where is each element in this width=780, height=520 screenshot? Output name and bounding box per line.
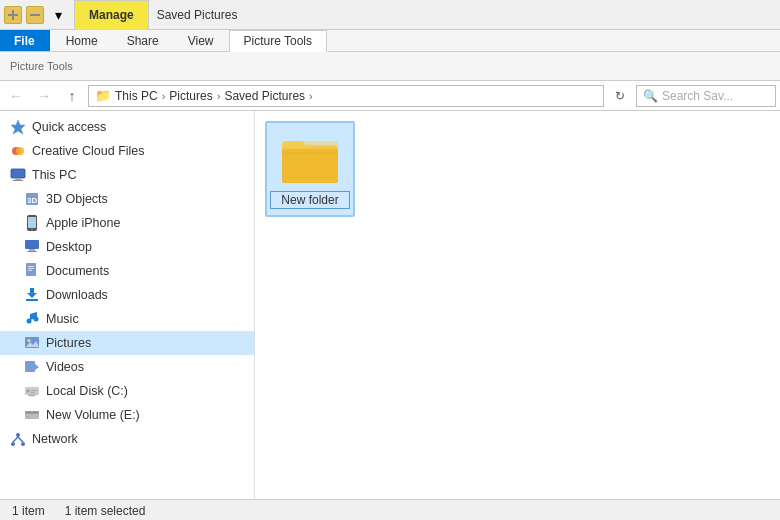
sidebar-label: 3D Objects xyxy=(46,192,108,206)
refresh-btn[interactable]: ↻ xyxy=(608,84,632,108)
svg-text:3D: 3D xyxy=(27,196,37,205)
sidebar-label: Videos xyxy=(46,360,84,374)
videos-icon xyxy=(24,359,40,375)
address-path[interactable]: 📁 This PC › Pictures › Saved Pictures › xyxy=(88,85,604,107)
disk-c-icon xyxy=(24,383,40,399)
qat-icons: ▾ xyxy=(4,5,68,25)
path-sep-3: › xyxy=(309,90,313,102)
folder-icon xyxy=(280,129,340,187)
svg-point-25 xyxy=(27,319,32,324)
svg-rect-19 xyxy=(28,266,34,267)
nav-back[interactable]: ← xyxy=(4,84,28,108)
ribbon-tabs: File Home Share View Picture Tools xyxy=(0,30,780,52)
svg-marker-31 xyxy=(35,364,39,370)
folder-label: New folder xyxy=(270,191,350,209)
sidebar-item-documents[interactable]: Documents xyxy=(0,259,254,283)
folder-new-folder[interactable]: New folder xyxy=(265,121,355,217)
svg-point-39 xyxy=(27,416,29,418)
sidebar-item-music[interactable]: Music xyxy=(0,307,254,331)
svg-rect-16 xyxy=(29,249,35,251)
sidebar-item-3d-objects[interactable]: 3D 3D Objects xyxy=(0,187,254,211)
sidebar-label: Network xyxy=(32,432,78,446)
manage-tab[interactable]: Manage xyxy=(74,0,149,30)
sidebar-label: New Volume (E:) xyxy=(46,408,140,422)
search-box[interactable]: 🔍 Search Sav... xyxy=(636,85,776,107)
svg-rect-13 xyxy=(28,217,36,228)
nav-forward[interactable]: → xyxy=(32,84,56,108)
downloads-icon xyxy=(24,287,40,303)
path-part-thispc: This PC xyxy=(115,89,158,103)
svg-rect-38 xyxy=(25,411,39,414)
svg-rect-15 xyxy=(25,240,39,249)
cc-icon xyxy=(10,143,26,159)
sidebar-label: Apple iPhone xyxy=(46,216,120,230)
nav-up[interactable]: ↑ xyxy=(60,84,84,108)
sidebar-item-creative-cloud[interactable]: Creative Cloud Files xyxy=(0,139,254,163)
sidebar-label: Creative Cloud Files xyxy=(32,144,145,158)
tab-file[interactable]: File xyxy=(0,30,50,51)
path-part-pictures: Pictures xyxy=(169,89,212,103)
path-part-saved: Saved Pictures xyxy=(224,89,305,103)
sidebar-item-local-disk[interactable]: Local Disk (C:) xyxy=(0,379,254,403)
svg-line-43 xyxy=(13,437,18,442)
star-icon xyxy=(10,119,26,135)
sidebar-label: Pictures xyxy=(46,336,91,350)
sidebar-item-desktop[interactable]: Desktop xyxy=(0,235,254,259)
svg-rect-24 xyxy=(26,299,38,301)
path-icon: 📁 xyxy=(95,88,111,103)
sidebar-label: Local Disk (C:) xyxy=(46,384,128,398)
svg-rect-18 xyxy=(26,263,36,276)
sidebar-label: Documents xyxy=(46,264,109,278)
sidebar-label: Music xyxy=(46,312,79,326)
tab-home[interactable]: Home xyxy=(52,30,113,51)
item-count: 1 item xyxy=(12,504,45,518)
sidebar-item-apple-iphone[interactable]: Apple iPhone xyxy=(0,211,254,235)
search-placeholder: Search Sav... xyxy=(662,89,733,103)
svg-rect-30 xyxy=(25,361,35,372)
ribbon: File Home Share View Picture Tools Pictu… xyxy=(0,30,780,81)
qat-icon-1 xyxy=(4,6,22,24)
computer-icon xyxy=(10,167,26,183)
svg-rect-6 xyxy=(11,169,25,178)
network-icon xyxy=(10,431,26,447)
svg-rect-47 xyxy=(282,141,338,147)
svg-rect-36 xyxy=(31,392,35,393)
svg-rect-8 xyxy=(15,178,21,180)
window-title: Saved Pictures xyxy=(157,8,238,22)
svg-point-28 xyxy=(28,339,31,342)
tab-share[interactable]: Share xyxy=(113,30,174,51)
content-area[interactable]: New folder xyxy=(255,111,780,499)
phone-icon xyxy=(24,215,40,231)
svg-rect-1 xyxy=(12,10,14,20)
tab-picture-tools[interactable]: Picture Tools xyxy=(229,30,327,52)
documents-icon xyxy=(24,263,40,279)
sidebar-label: Downloads xyxy=(46,288,108,302)
path-sep-1: › xyxy=(162,90,166,102)
sidebar-item-this-pc[interactable]: This PC xyxy=(0,163,254,187)
sidebar-label: Desktop xyxy=(46,240,92,254)
sidebar-item-videos[interactable]: Videos xyxy=(0,355,254,379)
ribbon-content: Picture Tools xyxy=(0,52,780,80)
sidebar-item-downloads[interactable]: Downloads xyxy=(0,283,254,307)
svg-rect-46 xyxy=(282,149,338,183)
svg-line-44 xyxy=(18,437,23,442)
sidebar-item-new-volume[interactable]: New Volume (E:) xyxy=(0,403,254,427)
sidebar-item-network[interactable]: Network xyxy=(0,427,254,451)
svg-point-14 xyxy=(31,229,33,231)
desktop-icon xyxy=(24,239,40,255)
svg-rect-23 xyxy=(30,288,34,294)
music-icon xyxy=(24,311,40,327)
status-bar: 1 item 1 item selected xyxy=(0,499,780,520)
svg-rect-17 xyxy=(27,251,37,252)
ribbon-section-label: Picture Tools xyxy=(10,60,73,72)
sidebar-item-pictures[interactable]: Pictures xyxy=(0,331,254,355)
path-sep-2: › xyxy=(217,90,221,102)
qat-dropdown[interactable]: ▾ xyxy=(48,5,68,25)
sidebar: Quick access Creative Cloud Files xyxy=(0,111,255,499)
svg-point-42 xyxy=(21,442,25,446)
svg-rect-9 xyxy=(13,180,23,181)
tab-view[interactable]: View xyxy=(174,30,229,51)
sidebar-item-quick-access[interactable]: Quick access xyxy=(0,115,254,139)
qat-icon-2 xyxy=(26,6,44,24)
title-bar: ▾ Manage Saved Pictures xyxy=(0,0,780,30)
